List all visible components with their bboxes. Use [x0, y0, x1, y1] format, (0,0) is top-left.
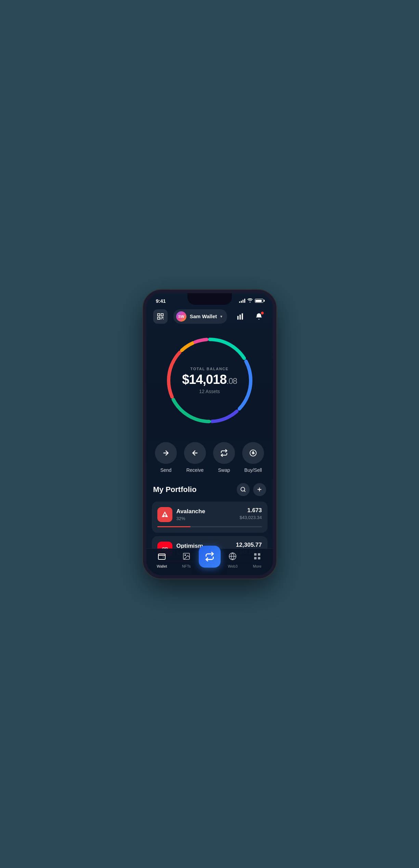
header: SW Sam Wallet ▾	[146, 307, 273, 329]
center-action-button[interactable]	[199, 546, 221, 568]
svg-line-23	[244, 491, 245, 492]
status-icons	[239, 298, 263, 303]
svg-rect-10	[241, 313, 243, 319]
swap-button[interactable]: Swap	[211, 442, 237, 473]
chevron-down-icon: ▾	[220, 314, 222, 319]
avalanche-pct: 32%	[176, 516, 205, 521]
buysell-button[interactable]: Buy/Sell	[240, 442, 266, 473]
avalanche-value: $43,023.34	[239, 515, 262, 520]
portfolio-search-button[interactable]	[237, 483, 250, 496]
avalanche-amount: 1.673	[239, 507, 262, 514]
avatar: SW	[176, 311, 186, 322]
receive-button[interactable]: Receive	[182, 442, 208, 473]
asset-card-avalanche[interactable]: Avalanche 32% 1.673 $43,023.34	[152, 502, 267, 533]
wallet-selector[interactable]: SW Sam Wallet ▾	[173, 309, 227, 324]
scan-button[interactable]	[153, 309, 168, 324]
nav-center[interactable]	[199, 553, 221, 568]
wifi-icon	[247, 298, 253, 303]
more-nav-icon	[253, 552, 261, 562]
portfolio-title: My Portfolio	[153, 485, 197, 494]
assets-count: 12 Assets	[182, 389, 237, 394]
nav-web3[interactable]: Web3	[221, 552, 245, 568]
portfolio-actions	[237, 483, 266, 496]
swap-label: Swap	[218, 467, 230, 473]
wallet-nav-icon	[158, 552, 166, 562]
svg-rect-34	[258, 557, 260, 559]
battery-icon	[255, 299, 263, 303]
receive-label: Receive	[186, 467, 204, 473]
svg-rect-9	[239, 314, 241, 320]
nfts-nav-icon	[182, 552, 191, 562]
avalanche-name: Avalanche	[176, 508, 205, 515]
optimism-amount: 12,305.77	[236, 542, 262, 548]
donut-chart: TOTAL BALANCE $14,018.08 12 Assets	[162, 333, 258, 428]
status-time: 9:41	[156, 298, 166, 304]
signal-icon	[239, 299, 245, 303]
svg-rect-8	[237, 316, 238, 320]
svg-rect-32	[258, 553, 260, 556]
action-buttons: Send Receive	[146, 439, 273, 483]
notch	[187, 293, 232, 305]
balance-label: TOTAL BALANCE	[182, 367, 237, 371]
notification-button[interactable]	[252, 309, 266, 324]
balance-section: TOTAL BALANCE $14,018.08 12 Assets	[146, 329, 273, 439]
bottom-nav: Wallet NFTs	[146, 548, 273, 575]
balance-display: TOTAL BALANCE $14,018.08 12 Assets	[182, 367, 237, 394]
nfts-nav-label: NFTs	[182, 564, 191, 568]
svg-rect-1	[161, 313, 163, 315]
nav-wallet[interactable]: Wallet	[150, 552, 174, 568]
buysell-label: Buy/Sell	[244, 467, 262, 473]
portfolio-add-button[interactable]	[253, 483, 266, 496]
web3-nav-label: Web3	[228, 564, 238, 568]
phone-frame: 9:41	[143, 290, 276, 579]
avalanche-progress	[157, 526, 262, 527]
svg-point-28	[185, 555, 186, 556]
balance-amount: $14,018.08	[182, 373, 237, 386]
web3-nav-icon	[228, 552, 237, 562]
svg-rect-0	[157, 313, 159, 315]
svg-rect-33	[254, 557, 257, 559]
svg-rect-26	[158, 554, 165, 559]
send-button[interactable]: Send	[153, 442, 179, 473]
avalanche-logo	[157, 507, 172, 522]
svg-rect-2	[157, 317, 159, 319]
notification-badge	[261, 311, 264, 315]
send-label: Send	[160, 467, 172, 473]
nav-more[interactable]: More	[245, 552, 270, 568]
header-right	[233, 309, 266, 324]
wallet-name: Sam Wallet	[190, 313, 217, 319]
nav-nfts[interactable]: NFTs	[174, 552, 199, 568]
svg-rect-31	[254, 553, 257, 556]
wallet-nav-label: Wallet	[157, 564, 167, 568]
portfolio-header: My Portfolio	[152, 483, 267, 496]
chart-button[interactable]	[233, 309, 248, 324]
phone-screen: 9:41	[146, 293, 273, 575]
more-nav-label: More	[253, 564, 261, 568]
